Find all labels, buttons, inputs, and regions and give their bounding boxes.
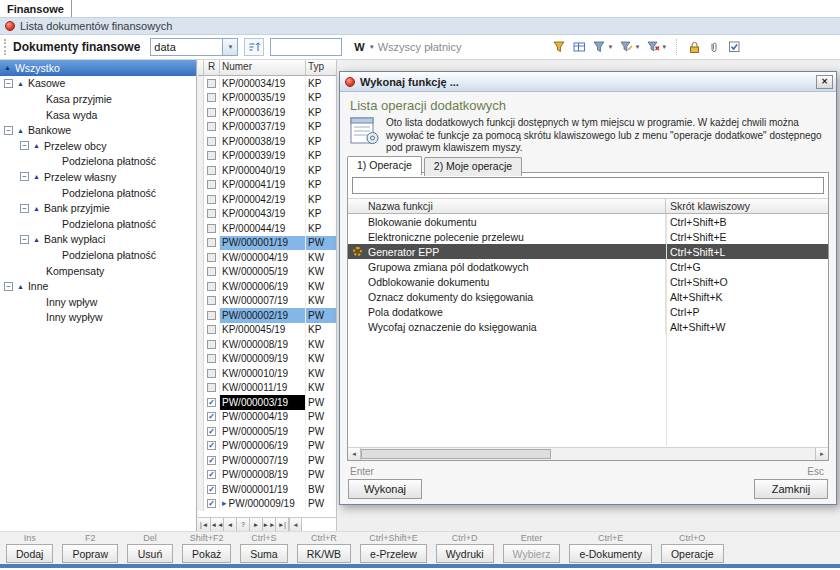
action-button[interactable]: Dodaj xyxy=(6,544,53,563)
function-row[interactable]: Grupowa zmiana pól dodatkowychCtrl+G xyxy=(348,259,828,274)
row-checkbox[interactable] xyxy=(207,282,216,291)
row-checkbox[interactable] xyxy=(207,209,216,218)
scrollbar-track[interactable] xyxy=(551,448,815,460)
tree-item[interactable]: Kompensaty xyxy=(0,263,196,279)
chevron-down-icon[interactable]: ▼ xyxy=(661,44,667,50)
document-row[interactable]: KP/000034/19KP xyxy=(198,76,336,91)
action-button[interactable]: Pokaż xyxy=(182,544,231,563)
row-checkbox[interactable] xyxy=(207,253,216,262)
function-filter-input[interactable] xyxy=(352,177,824,194)
row-checkbox[interactable] xyxy=(207,166,216,175)
payer-filter-combo[interactable]: Wszyscy płatnicy xyxy=(378,41,462,53)
document-row[interactable]: KP/000039/19KP xyxy=(198,149,336,164)
tree-item[interactable]: Kasa wyda xyxy=(0,107,196,123)
row-checkbox[interactable] xyxy=(207,238,216,247)
row-checkbox[interactable] xyxy=(207,296,216,305)
row-checkbox[interactable] xyxy=(207,354,216,363)
function-row[interactable]: Odblokowanie dokumentuCtrl+Shift+O xyxy=(348,274,828,289)
action-button[interactable]: Operacje xyxy=(661,544,724,563)
filter-clear-icon[interactable]: ▼ xyxy=(647,41,667,53)
chevron-down-icon[interactable]: ▼ xyxy=(369,44,375,50)
tree-item[interactable]: −▲Kasowe xyxy=(0,76,196,92)
tree-item[interactable]: −▲Bank przyjmie xyxy=(0,200,196,216)
document-row[interactable]: KW/000010/19KW xyxy=(198,366,336,381)
function-col-name[interactable]: Nazwa funkcji xyxy=(348,199,666,213)
action-button[interactable]: e-Przelew xyxy=(360,544,427,563)
close-button[interactable]: Zamknij xyxy=(754,479,828,499)
grid-col-typ[interactable]: Typ xyxy=(306,60,336,75)
action-button[interactable]: Wydruki xyxy=(436,544,494,563)
filter-icon[interactable] xyxy=(553,41,566,53)
row-checkbox[interactable]: ✓ xyxy=(207,412,216,421)
filter-list-icon[interactable]: ▼ xyxy=(593,41,613,53)
document-row[interactable]: ✓PW/000007/19PW xyxy=(198,453,336,468)
select-check-icon[interactable] xyxy=(728,41,741,53)
tree-expand-icon[interactable]: − xyxy=(20,141,29,150)
row-checkbox[interactable] xyxy=(207,195,216,204)
tree-item[interactable]: Podzielona płatność xyxy=(0,247,196,263)
tree-item[interactable]: ▲Wszystko xyxy=(0,60,196,76)
close-icon[interactable]: ✕ xyxy=(816,75,833,89)
row-checkbox[interactable] xyxy=(207,151,216,160)
pager-button[interactable]: ► xyxy=(250,518,263,531)
document-row[interactable]: KP/000040/19KP xyxy=(198,163,336,178)
document-row[interactable]: KW/000007/19KW xyxy=(198,294,336,309)
aggregate-icon[interactable] xyxy=(573,41,586,53)
document-row[interactable]: KP/000044/19KP xyxy=(198,221,336,236)
row-checkbox[interactable] xyxy=(207,311,216,320)
row-checkbox[interactable] xyxy=(207,383,216,392)
tree-item[interactable]: Inny wypływ xyxy=(0,310,196,326)
row-checkbox[interactable] xyxy=(207,224,216,233)
document-row[interactable]: ✓BW/000001/19BW xyxy=(198,482,336,497)
document-row[interactable]: ✓PW/000003/19PW xyxy=(198,395,336,410)
pager-button[interactable]: ►| xyxy=(276,518,289,531)
row-checkbox[interactable] xyxy=(207,325,216,334)
document-row[interactable]: KP/000041/19KP xyxy=(198,178,336,193)
row-checkbox[interactable] xyxy=(207,340,216,349)
tree-item[interactable]: Podzielona płatność xyxy=(0,216,196,232)
tree-item[interactable]: −▲Bankowe xyxy=(0,122,196,138)
attachment-icon[interactable] xyxy=(708,41,721,53)
toolbar-grip[interactable] xyxy=(4,39,8,55)
scroll-left-icon[interactable]: ◄ xyxy=(348,448,361,460)
dialog-tab[interactable]: 2) Moje operacje xyxy=(424,157,522,176)
function-row[interactable]: Pola dodatkoweCtrl+P xyxy=(348,304,828,319)
row-checkbox[interactable]: ✓ xyxy=(207,499,216,508)
function-row[interactable]: Oznacz dokumenty do księgowaniaAlt+Shift… xyxy=(348,289,828,304)
tree-item[interactable]: Podzielona płatność xyxy=(0,154,196,170)
document-row[interactable]: KP/000043/19KP xyxy=(198,207,336,222)
action-button[interactable]: Popraw xyxy=(62,544,118,563)
action-button[interactable]: e-Dokumenty xyxy=(569,544,651,563)
function-row[interactable]: Wycofaj oznaczenie do księgowaniaAlt+Shi… xyxy=(348,319,828,334)
tree-item[interactable]: −▲Przelew własny xyxy=(0,169,196,185)
tree-item[interactable]: Kasa przyjmie xyxy=(0,91,196,107)
pager-button[interactable]: ►► xyxy=(263,518,276,531)
action-button[interactable]: Usuń xyxy=(127,544,173,563)
tree-expand-icon[interactable]: − xyxy=(4,126,13,135)
row-checkbox[interactable] xyxy=(207,267,216,276)
document-row[interactable]: KP/000035/19KP xyxy=(198,91,336,106)
tree-expand-icon[interactable]: − xyxy=(20,172,29,181)
tree-item[interactable]: −▲Bank wypłaci xyxy=(0,232,196,248)
row-checkbox[interactable] xyxy=(207,369,216,378)
scroll-right-icon[interactable]: ► xyxy=(815,448,828,460)
tree-expand-icon[interactable]: − xyxy=(4,282,13,291)
tree-item[interactable]: Podzielona płatność xyxy=(0,185,196,201)
function-list-hscrollbar[interactable]: ◄ ► xyxy=(348,447,828,460)
search-input[interactable] xyxy=(270,38,342,56)
row-checkbox[interactable] xyxy=(207,108,216,117)
chevron-down-icon[interactable]: ▼ xyxy=(222,39,237,55)
document-row[interactable]: KW/000008/19KW xyxy=(198,337,336,352)
function-row[interactable]: Generator EPPCtrl+Shift+L xyxy=(348,244,828,259)
row-checkbox[interactable] xyxy=(207,137,216,146)
document-row[interactable]: KP/000037/19KP xyxy=(198,120,336,135)
grid-col-r[interactable]: R xyxy=(204,60,220,75)
grid-col-numer[interactable]: Numer xyxy=(220,60,306,75)
tree-item[interactable]: −▲Przelew obcy xyxy=(0,138,196,154)
chevron-down-icon[interactable]: ▼ xyxy=(607,44,613,50)
row-checkbox[interactable]: ✓ xyxy=(207,398,216,407)
document-row[interactable]: KW/000004/19KW xyxy=(198,250,336,265)
function-col-shortcut[interactable]: Skrót klawiszowy xyxy=(666,199,828,213)
pager-button[interactable]: ◄ xyxy=(224,518,237,531)
tab-finansowe[interactable]: Finansowe xyxy=(0,0,72,17)
